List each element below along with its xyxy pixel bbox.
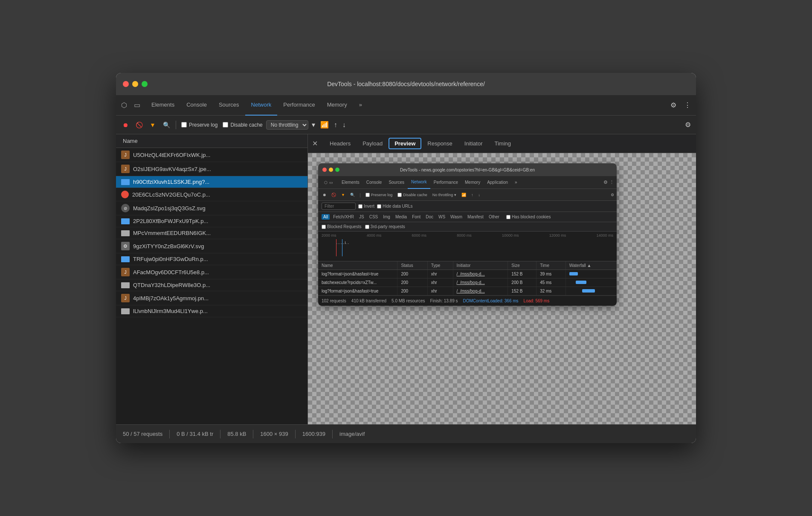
tab-performance[interactable]: Performance xyxy=(277,95,321,116)
sub-tab-response[interactable]: Response xyxy=(421,134,458,153)
upload-icon[interactable]: ↑ xyxy=(332,120,339,130)
cell-initiator: /_/mss/bog-d... xyxy=(453,278,508,287)
list-item[interactable]: J O2sIJEHG9avKV4aqzSx7.jpe... xyxy=(116,162,307,176)
list-item[interactable]: 2P2L80XfBoFWJFxU9TpK.p... xyxy=(116,215,307,227)
disable-cache-label[interactable]: Disable cache xyxy=(223,122,262,128)
cell-waterfall xyxy=(566,278,616,287)
inner-filter: ▼ xyxy=(339,192,347,198)
cursor-icon[interactable]: ⬡ xyxy=(119,99,129,111)
inner-type-bar: All Fetch/XHR JS CSS Img Media Font Doc … xyxy=(318,212,617,222)
inner-record: ⏺ xyxy=(321,192,328,198)
list-item[interactable]: TRFujw0pi0nHF3GwDuRn.p... xyxy=(116,253,307,265)
file-name: 2P2L80XfBoFWJFxU9TpK.p... xyxy=(133,218,208,224)
col-waterfall: Waterfall ▲ xyxy=(566,261,616,270)
sub-tab-timing[interactable]: Timing xyxy=(488,134,517,153)
cell-time: 32 ms xyxy=(536,287,566,296)
cell-type: xhr xyxy=(427,278,453,287)
preserve-log-label[interactable]: Preserve log xyxy=(181,122,218,128)
list-item[interactable]: ⊘ MadqZsIZpo1sj3qQ3GsZ.svg xyxy=(116,201,307,215)
sub-tab-payload[interactable]: Payload xyxy=(357,134,389,153)
cell-type: xhr xyxy=(427,287,453,296)
devtools-right-toolbar: ⚙ ⋮ xyxy=(669,100,693,110)
throttle-select[interactable]: No throttling xyxy=(266,120,308,130)
download-icon[interactable]: ↓ xyxy=(341,120,348,130)
inner-throttle: No throttling ▾ xyxy=(431,192,458,198)
inner-tab-performance: Performance xyxy=(430,176,461,189)
inner-requests-table: Name Status Type Initiator Size Time Wat… xyxy=(318,261,617,296)
preview-area: DevTools - news.google.com/topstories?hl… xyxy=(308,153,696,424)
sub-tab-preview-active[interactable]: Preview xyxy=(389,138,421,149)
list-item[interactable]: J 4pIMBj7zOAk1y5Agmmoj.pn... xyxy=(116,291,307,305)
list-item[interactable]: MPcVmmemtEEDURBN6IGK... xyxy=(116,227,307,239)
col-name: Name xyxy=(318,261,397,270)
preserve-log-checkbox[interactable] xyxy=(181,122,187,128)
device-icon[interactable]: ▭ xyxy=(132,99,142,111)
wifi-icon[interactable]: 📶 xyxy=(319,120,331,130)
file-name: O2sIJEHG9avKV4aqzSx7.jpe... xyxy=(133,166,211,172)
timeline-mark: 6000 ms xyxy=(412,233,426,238)
devtools-icons: ⬡ ▭ xyxy=(119,99,142,111)
tab-sources[interactable]: Sources xyxy=(213,95,245,116)
inner-minimize xyxy=(329,168,333,172)
inner-dom-loaded: DOMContentLoaded: 366 ms xyxy=(463,299,519,303)
inner-table-row: log?format=json&hasfast=true 200 xhr /_/… xyxy=(318,270,617,278)
throttle-dropdown-icon[interactable]: ▾ xyxy=(310,120,317,130)
inner-type-font: Font xyxy=(410,214,422,220)
bottom-transferred: 0 B / 31.4 kB tr xyxy=(177,431,213,437)
bottom-requests: 50 / 57 requests xyxy=(123,431,162,437)
inner-type-css: CSS xyxy=(368,214,380,220)
sub-tab-initiator[interactable]: Initiator xyxy=(458,134,489,153)
inner-disable-cache: Disable cache xyxy=(396,192,429,198)
list-item[interactable]: lLlvnbNlJlrm3Mud4Ll1Ywe.p... xyxy=(116,305,307,317)
tab-elements[interactable]: Elements xyxy=(145,95,180,116)
list-item[interactable]: J AFacMOgv6D0CFTr6U5e8.p... xyxy=(116,265,307,279)
file-name: 4pIMBj7zOAk1y5Agmmoj.pn... xyxy=(133,295,209,301)
file-icon-svg: ⊘ xyxy=(121,204,130,212)
inner-resources: 5.0 MB resources xyxy=(392,299,425,303)
inner-table-row: batchexecute?rpcids=xZTw... 200 xhr /_/m… xyxy=(318,278,617,287)
cell-name: log?format=json&hasfast=true xyxy=(318,287,397,296)
timeline-load-line xyxy=(342,239,342,256)
list-item-selected[interactable]: h90CtfziXluvh1LSSKJE.png?... xyxy=(116,176,307,188)
network-settings-icon[interactable]: ⚙ xyxy=(683,120,693,129)
inner-type-media: Media xyxy=(394,214,409,220)
inner-type-doc: Doc xyxy=(424,214,435,220)
record-button[interactable]: ⏺ xyxy=(119,119,131,131)
close-button[interactable] xyxy=(123,81,129,87)
filter-icon[interactable]: ▼ xyxy=(147,119,159,131)
search-icon[interactable]: 🔍 xyxy=(160,119,172,131)
maximize-button[interactable] xyxy=(142,81,148,87)
tab-console[interactable]: Console xyxy=(180,95,213,116)
list-item[interactable]: QTDnaY32hLDipeRW8e3O.p... xyxy=(116,279,307,291)
network-toolbar: ⏺ 🚫 ▼ 🔍 Preserve log Disable cache No th… xyxy=(116,116,696,134)
inner-network-toolbar: ⏺ 🚫 ▼ 🔍 | Preserve log Disable cache xyxy=(318,189,617,201)
file-icon-png xyxy=(121,218,130,224)
more-options-icon[interactable]: ⋮ xyxy=(682,100,693,110)
inner-type-all: All xyxy=(322,214,330,220)
inner-transferred: 410 kB transferred xyxy=(351,299,386,303)
list-item[interactable]: 20E6CLcSzNV2GELQu7oC.p... xyxy=(116,188,307,201)
settings-icon[interactable]: ⚙ xyxy=(669,100,678,110)
sub-tab-headers[interactable]: Headers xyxy=(324,134,357,153)
inner-type-fetch: Fetch/XHR xyxy=(331,214,356,220)
timeline-mark: 12000 ms xyxy=(549,233,566,238)
inner-load: Load: 569 ms xyxy=(524,299,550,303)
list-item[interactable]: ⚙ 9gzXiTYY0nZzBxGl6KrV.svg xyxy=(116,239,307,253)
devtools-tab-bar: ⬡ ▭ Elements Console Sources Network Per… xyxy=(116,95,696,116)
file-name: MPcVmmemtEEDURBN6IGK... xyxy=(133,230,211,236)
inner-tab-more: » xyxy=(511,176,521,189)
clear-button[interactable]: 🚫 xyxy=(133,119,145,131)
list-item[interactable]: J U5OHzQL4tEKFr6OFIxWK.jp... xyxy=(116,148,307,162)
minimize-button[interactable] xyxy=(132,81,138,87)
cell-time: 45 ms xyxy=(536,278,566,287)
file-name: 20E6CLcSzNV2GELQu7oC.p... xyxy=(132,191,210,198)
tab-more[interactable]: » xyxy=(353,95,368,116)
close-preview-icon[interactable]: ✕ xyxy=(311,139,319,148)
disable-cache-checkbox[interactable] xyxy=(223,122,228,128)
inner-table-row: log?format=json&hasfast=true 200 xhr /_/… xyxy=(318,287,617,296)
tab-network[interactable]: Network xyxy=(245,95,278,116)
cell-type: xhr xyxy=(427,270,453,278)
inner-tab-console: Console xyxy=(363,176,386,189)
cell-status: 200 xyxy=(397,270,427,278)
tab-memory[interactable]: Memory xyxy=(321,95,353,116)
